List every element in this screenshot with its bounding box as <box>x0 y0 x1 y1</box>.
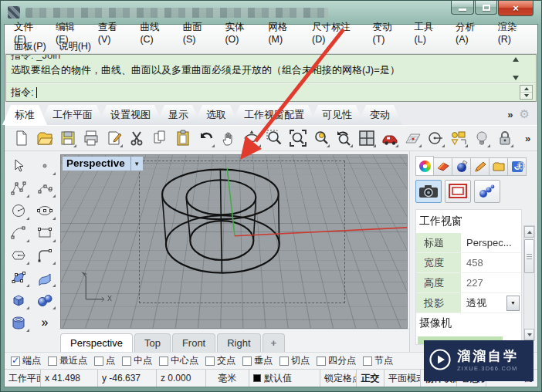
menu-analyze[interactable]: 分析(A) <box>449 20 492 46</box>
rectangle-icon[interactable] <box>33 222 56 244</box>
zoom-selected-icon[interactable] <box>311 127 330 149</box>
curve-interpolate-icon[interactable] <box>33 177 56 199</box>
projection-dropdown-button[interactable]: ▼ <box>506 296 520 311</box>
polygon-icon[interactable] <box>7 245 30 266</box>
viewport-title[interactable]: Perspective <box>63 157 130 171</box>
left-toolbar-more-chevron[interactable]: » <box>33 312 56 333</box>
point-icon[interactable] <box>33 155 56 177</box>
notes-tab-icon[interactable] <box>471 157 489 176</box>
close-button[interactable]: × <box>498 1 534 16</box>
named-view-car-icon[interactable] <box>381 127 400 149</box>
scrollbar-down-button[interactable] <box>524 329 534 340</box>
ellipse-icon[interactable] <box>33 200 56 221</box>
menu-transform[interactable]: 变动(T) <box>367 20 408 46</box>
select-arrow-icon[interactable] <box>7 155 30 177</box>
osnap-quadrant[interactable]: 四分点 <box>317 354 356 367</box>
view-tab-front[interactable]: Front <box>172 333 215 352</box>
new-file-icon[interactable] <box>12 127 32 149</box>
sphere-icon[interactable] <box>33 289 56 311</box>
render-settings-button[interactable] <box>474 180 500 203</box>
perspective-viewport[interactable]: x Perspective ▼ <box>60 154 408 329</box>
minimize-button[interactable] <box>451 1 474 15</box>
checkbox[interactable] <box>122 357 131 366</box>
view-tab-right[interactable]: Right <box>217 333 260 352</box>
maximize-button[interactable] <box>475 1 497 15</box>
camera-properties-button[interactable] <box>415 180 442 203</box>
status-cplane[interactable]: 工作平面 <box>5 370 41 387</box>
scrollbar-thumb[interactable] <box>524 239 534 273</box>
checkbox[interactable] <box>363 357 372 366</box>
panel-gear-icon[interactable]: ⚙ <box>517 159 527 173</box>
status-planar[interactable]: 平面模式 <box>384 370 421 387</box>
osnap-center[interactable]: 中心点 <box>159 354 198 367</box>
toolbar-tabs-overflow[interactable]: » <box>507 109 513 120</box>
box-icon[interactable] <box>7 289 30 311</box>
command-history-scrollbar[interactable] <box>513 57 519 80</box>
toolbar-tab-setview[interactable]: 设置视图 <box>98 105 163 125</box>
wallpaper-button[interactable] <box>445 180 471 203</box>
scrollbar-up-button[interactable] <box>524 226 534 238</box>
toolbar-tab-transform[interactable]: 变动 <box>357 105 402 125</box>
osnap-point[interactable]: 点 <box>94 354 115 367</box>
osnap-perpendicular[interactable]: 垂点 <box>242 354 273 367</box>
rotate-view-icon[interactable] <box>242 127 262 149</box>
layers-tab-icon[interactable] <box>434 157 452 176</box>
toolbar-tab-display[interactable]: 显示 <box>156 105 201 125</box>
menu-help[interactable]: 说明(H) <box>53 39 97 54</box>
viewport-layout-icon[interactable] <box>357 127 377 149</box>
checkbox[interactable] <box>205 357 215 366</box>
property-row-width[interactable]: 宽度 458 <box>416 253 521 273</box>
checkbox[interactable] <box>94 357 103 366</box>
menu-surface[interactable]: 曲面(S) <box>177 20 219 46</box>
menu-panels[interactable]: 面板(P) <box>8 39 53 54</box>
spinner-up-icon[interactable] <box>524 87 529 90</box>
lock-icon[interactable] <box>495 127 514 149</box>
panel-scrollbar[interactable] <box>523 225 535 341</box>
property-row-title[interactable]: 标题 Perspec... <box>416 233 521 253</box>
pan-hand-icon[interactable] <box>219 127 239 149</box>
surface-points-icon[interactable] <box>7 267 30 289</box>
arc-icon[interactable] <box>7 222 30 244</box>
checkbox-checked[interactable] <box>11 357 20 366</box>
toolbar-tab-visibility[interactable]: 可见性 <box>310 105 364 125</box>
status-ortho[interactable]: 正交 <box>357 370 384 387</box>
light-icon[interactable] <box>473 127 492 149</box>
menu-curve[interactable]: 曲线(C) <box>134 20 176 46</box>
files-tab-icon[interactable] <box>489 157 508 176</box>
menu-view[interactable]: 查看(V) <box>92 20 134 46</box>
toolbar-more-chevron[interactable]: » <box>518 127 537 149</box>
property-row-projection[interactable]: 投影 透视 ▼ <box>416 293 521 313</box>
menu-dimension[interactable]: 尺寸标注(D) <box>306 20 367 46</box>
osnap-knot[interactable]: 节点 <box>363 354 393 367</box>
osnap-mid[interactable]: 中点 <box>122 354 152 367</box>
scroll-down-icon[interactable] <box>513 76 519 80</box>
cylinder-icon[interactable] <box>7 312 30 333</box>
toolbar-tab-select[interactable]: 选取 <box>194 105 239 125</box>
circle-icon[interactable] <box>7 200 30 221</box>
print-icon[interactable] <box>81 127 100 149</box>
zoom-window-icon[interactable] <box>266 127 285 149</box>
status-layer[interactable]: 默认值 <box>249 370 320 387</box>
menu-tools[interactable]: 工具(L) <box>408 20 449 46</box>
checkbox[interactable] <box>159 357 168 366</box>
status-units[interactable]: 毫米 <box>206 370 249 387</box>
osnap-tangent[interactable]: 切点 <box>279 354 310 367</box>
open-file-icon[interactable] <box>36 127 55 149</box>
toolbar-tab-standard[interactable]: 标准 <box>2 105 47 125</box>
undo-icon[interactable] <box>196 127 215 149</box>
checkbox[interactable] <box>242 357 252 366</box>
export-notes-icon[interactable] <box>104 127 124 149</box>
menu-render[interactable]: 渲染(R) <box>492 20 534 46</box>
save-file-icon[interactable] <box>59 127 78 149</box>
surface-curved-icon[interactable] <box>33 267 56 289</box>
property-row-height[interactable]: 高度 227 <box>416 273 521 293</box>
add-view-tab-button[interactable]: + <box>263 333 286 352</box>
status-grid-snap[interactable]: 锁定格点 <box>320 370 357 387</box>
copy-icon[interactable] <box>151 127 170 149</box>
cplane-icon[interactable] <box>403 127 422 149</box>
paste-icon[interactable] <box>173 127 192 149</box>
render-tab-icon[interactable] <box>452 157 471 176</box>
zoom-extents-icon[interactable] <box>288 127 307 149</box>
toolbar-gear-icon[interactable]: ⚙ <box>520 107 530 121</box>
checkbox[interactable] <box>48 357 57 366</box>
